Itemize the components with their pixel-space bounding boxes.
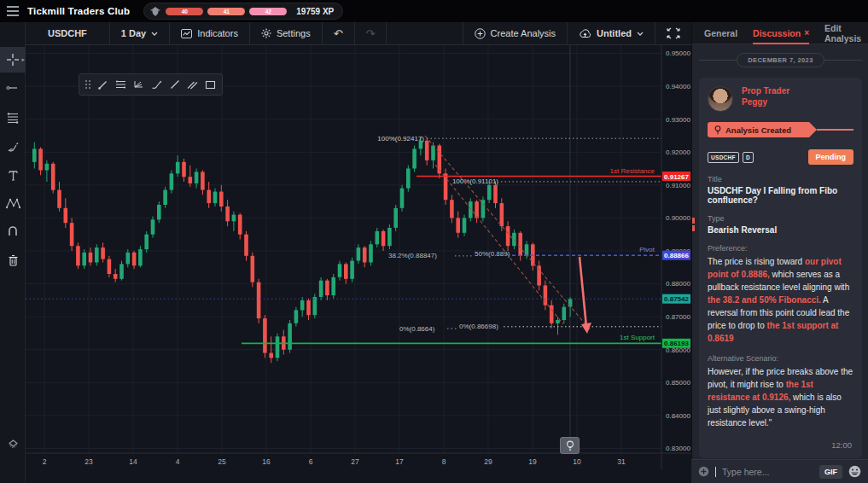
time-tick: 25: [218, 457, 226, 466]
analysis-panel: General Discussion× Edit Analysis DECEMB…: [691, 22, 868, 483]
text-cursor: [715, 467, 716, 477]
trend-line-icon: [6, 82, 20, 94]
fullscreen-button[interactable]: [655, 22, 691, 44]
close-tab-icon[interactable]: ×: [804, 28, 809, 38]
tab-general[interactable]: General: [704, 22, 737, 44]
price-tick: 0.93000: [666, 116, 690, 124]
tool-magnet[interactable]: [0, 219, 26, 245]
price-tick: 0.94000: [666, 83, 690, 90]
parallel-channel-icon: [187, 79, 198, 90]
banner-label: Analysis Created: [725, 125, 791, 135]
level-badge-3: 42: [249, 8, 287, 15]
time-tick: 14: [129, 457, 137, 466]
preference-label: Preference:: [708, 244, 853, 253]
bearish-arrow[interactable]: [580, 257, 591, 334]
time-tick: 6: [309, 457, 313, 466]
draw-ray-button[interactable]: [166, 75, 184, 94]
time-tick: 29: [484, 457, 492, 466]
expand-carat-icon: ▸: [21, 56, 25, 63]
trend-channel-line[interactable]: [425, 136, 591, 330]
fullscreen-icon: [667, 27, 680, 39]
chart-svg[interactable]: 100%(0.92417)1st Resistance100%(0.91101)…: [26, 45, 691, 469]
price-tick: 0.90000: [666, 214, 690, 222]
author-role: Prop Trader: [742, 86, 789, 97]
redo-button[interactable]: ↷: [355, 22, 387, 44]
svg-text:0.88866: 0.88866: [664, 252, 689, 259]
draw-brush-button[interactable]: [148, 75, 166, 94]
tool-fib-retracement[interactable]: [0, 105, 26, 131]
indicators-icon: [181, 29, 192, 38]
undo-button[interactable]: ↶: [323, 22, 355, 44]
level-label-fib-top: 100%(0.92417): [377, 135, 424, 143]
price-tag-pivot: 0.88866: [662, 251, 690, 260]
tool-text[interactable]: [0, 162, 26, 188]
tool-xabcd-pattern[interactable]: [0, 190, 26, 216]
panel-scrollbar[interactable]: [692, 218, 696, 233]
draw-gann-button[interactable]: [130, 75, 148, 94]
date-label: DECEMBER 7, 2023: [737, 53, 824, 67]
tab-discussion[interactable]: Discussion×: [753, 22, 809, 44]
gif-button[interactable]: GIF: [819, 465, 842, 479]
time-tick: 31: [617, 457, 626, 466]
draw-rectangle-button[interactable]: [201, 75, 219, 94]
svg-text:0.86193: 0.86193: [664, 340, 689, 347]
tool-object-tree[interactable]: [0, 432, 26, 457]
price-tick: 0.91000: [666, 182, 690, 189]
draw-fib-button[interactable]: [112, 75, 130, 94]
date-divider: DECEMBER 7, 2023: [699, 53, 862, 67]
text-icon: [8, 170, 19, 181]
tool-crosshair[interactable]: ▸: [0, 47, 26, 73]
draw-parallel-channel-button[interactable]: [184, 75, 201, 94]
fib-retracement-icon: [115, 80, 126, 90]
tab-edit-analysis[interactable]: Edit Analysis: [824, 22, 868, 44]
file-dropdown[interactable]: Untitled: [567, 22, 655, 44]
status-badge: Pending: [808, 149, 854, 165]
price-tick: 0.83000: [666, 445, 690, 452]
time-tick: 27: [351, 457, 359, 466]
trend-channel-line[interactable]: [435, 165, 563, 324]
redo-icon: ↷: [366, 27, 376, 40]
message-composer: Type here... GIF: [691, 459, 868, 483]
message-input[interactable]: Type here...: [722, 467, 813, 477]
svg-text:0.91267: 0.91267: [664, 173, 689, 181]
tool-brush[interactable]: [0, 134, 26, 160]
tool-remove[interactable]: [0, 247, 26, 273]
analysis-card[interactable]: Prop Trader Peggy Analysis Created USDCH…: [699, 78, 862, 458]
settings-button[interactable]: Settings: [250, 22, 323, 44]
price-chart[interactable]: 100%(0.92417)1st Resistance100%(0.91101)…: [26, 45, 691, 483]
panel-tabs: General Discussion× Edit Analysis: [692, 22, 868, 44]
time-tick: 16: [262, 457, 271, 466]
time-tick: 8: [442, 457, 446, 466]
time-tick: 17: [395, 457, 404, 466]
drag-handle-icon[interactable]: [82, 75, 94, 94]
level-label-resistance: 1st Resistance: [610, 167, 655, 175]
xp-widget[interactable]: 40 41 42 19759 XP: [143, 3, 343, 20]
menu-icon[interactable]: [0, 0, 26, 22]
attach-plus-icon[interactable]: [698, 466, 709, 477]
avatar[interactable]: [708, 86, 733, 112]
symbol-button[interactable]: USDCHF: [26, 22, 110, 44]
price-tag-last-price: 0.87542: [662, 294, 690, 304]
timeframe-dropdown[interactable]: 1 Day: [110, 22, 170, 44]
time-tick: 23: [84, 457, 93, 466]
gann-fan-icon: [133, 79, 144, 90]
price-tag-support: 0.86193: [662, 339, 690, 348]
crosshair-icon: [6, 53, 20, 67]
indicators-button[interactable]: Indicators: [170, 22, 250, 44]
alt-scenario-label: Alternative Scenario:: [708, 354, 853, 363]
ray-icon: [170, 79, 180, 90]
lightbulb-icon: [714, 125, 721, 135]
brush-icon: [7, 142, 20, 153]
create-analysis-button[interactable]: Create Analysis: [463, 22, 567, 44]
plus-circle-icon: [475, 28, 486, 39]
price-tick: 0.92000: [666, 148, 690, 156]
draw-trend-line-button[interactable]: [94, 75, 112, 94]
xp-count: 19759 XP: [296, 7, 334, 16]
svg-text:0.87542: 0.87542: [664, 295, 689, 303]
time-tick: 4: [176, 457, 180, 466]
emoji-button[interactable]: [848, 465, 861, 478]
chart-canvas[interactable]: 100%(0.92417)1st Resistance100%(0.91101)…: [26, 45, 691, 469]
idea-marker-button[interactable]: [560, 437, 580, 454]
author-row: Prop Trader Peggy: [708, 86, 853, 112]
tool-trend-line[interactable]: [0, 75, 26, 101]
